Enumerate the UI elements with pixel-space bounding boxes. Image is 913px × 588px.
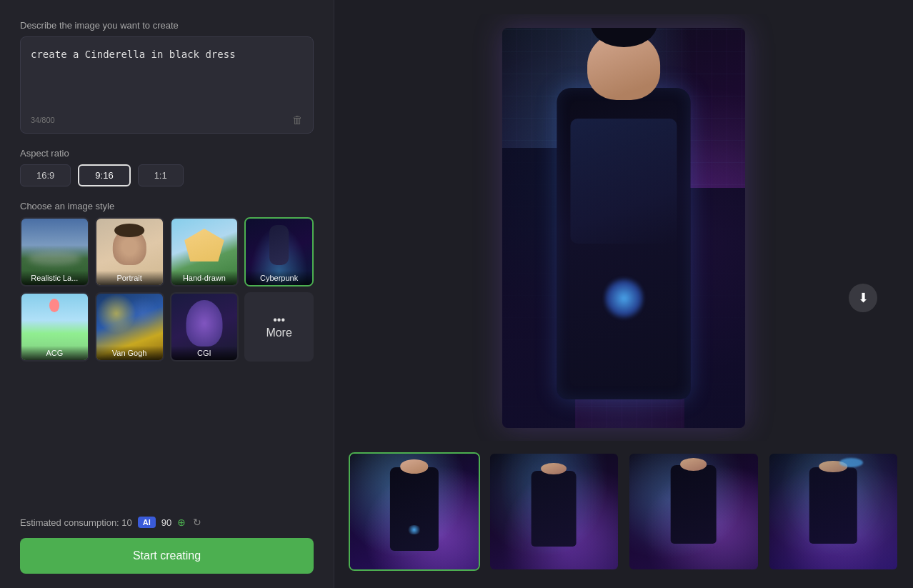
download-button[interactable]: ⬇ (849, 284, 877, 312)
ai-badge: AI (138, 517, 156, 528)
style-label-cgi: CGI (171, 346, 238, 360)
style-label-acg: ACG (21, 346, 88, 360)
thumbnail-3[interactable] (628, 452, 759, 571)
thumbnail-2[interactable] (489, 452, 620, 571)
prompt-area: 34/800 🗑 (20, 36, 314, 134)
style-card-portrait[interactable]: Portrait (95, 217, 164, 286)
bottom-section: Estimated consumption: 10 AI 90 ⊕ ↻ Star… (20, 517, 314, 574)
style-label: Choose an image style (20, 201, 314, 211)
main-image-area: ⬇ (349, 14, 899, 441)
style-card-hand-drawn[interactable]: Hand-drawn (170, 217, 239, 286)
style-section: Choose an image style Realistic La... Po… (20, 201, 314, 362)
style-card-cyberpunk[interactable]: Cyberpunk (244, 217, 314, 286)
prompt-input[interactable] (31, 47, 303, 104)
aspect-ratio-label: Aspect ratio (20, 148, 314, 159)
style-label-cyberpunk: Cyberpunk (246, 271, 312, 285)
prompt-section: Describe the image you want to create 34… (20, 20, 314, 134)
prompt-label: Describe the image you want to create (20, 20, 314, 31)
prompt-footer: 34/800 🗑 (31, 114, 303, 126)
ratio-buttons: 16:9 9:16 1:1 (20, 164, 314, 186)
style-card-realistic[interactable]: Realistic La... (20, 217, 89, 286)
style-label-more: More (266, 327, 291, 339)
consumption-label: Estimated consumption: 10 (20, 517, 132, 528)
style-label-van-gogh: Van Gogh (96, 346, 163, 360)
consumption-row: Estimated consumption: 10 AI 90 ⊕ ↻ (20, 517, 314, 528)
style-card-more[interactable]: ••• More (244, 292, 314, 362)
thumbnail-4[interactable] (768, 452, 899, 571)
plus-icon[interactable]: ⊕ (177, 517, 186, 528)
ratio-1-1[interactable]: 1:1 (138, 164, 184, 186)
style-label-portrait: Portrait (96, 271, 163, 285)
aspect-ratio-section: Aspect ratio 16:9 9:16 1:1 (20, 148, 314, 186)
style-label-hand-drawn: Hand-drawn (171, 271, 238, 285)
start-creating-button[interactable]: Start creating (20, 538, 314, 574)
ratio-9-16[interactable]: 9:16 (78, 164, 130, 186)
thumbnail-row (349, 452, 899, 574)
right-panel: ⬇ (334, 0, 913, 588)
style-card-van-gogh[interactable]: Van Gogh (95, 292, 164, 362)
credits-value: 90 (161, 517, 171, 528)
style-card-acg[interactable]: ACG (20, 292, 89, 362)
more-dots-icon: ••• (273, 314, 285, 327)
download-icon: ⬇ (858, 290, 869, 306)
ratio-16-9[interactable]: 16:9 (20, 164, 71, 186)
trash-icon[interactable]: 🗑 (292, 114, 303, 126)
style-grid: Realistic La... Portrait Hand-drawn Cybe… (20, 217, 314, 362)
style-label-realistic: Realistic La... (21, 271, 88, 285)
char-count: 34/800 (31, 116, 55, 124)
thumbnail-1[interactable] (349, 452, 480, 571)
left-panel: Describe the image you want to create 34… (0, 0, 334, 588)
main-image (502, 28, 745, 428)
refresh-icon[interactable]: ↻ (193, 517, 201, 528)
style-card-cgi[interactable]: CGI (170, 292, 239, 362)
